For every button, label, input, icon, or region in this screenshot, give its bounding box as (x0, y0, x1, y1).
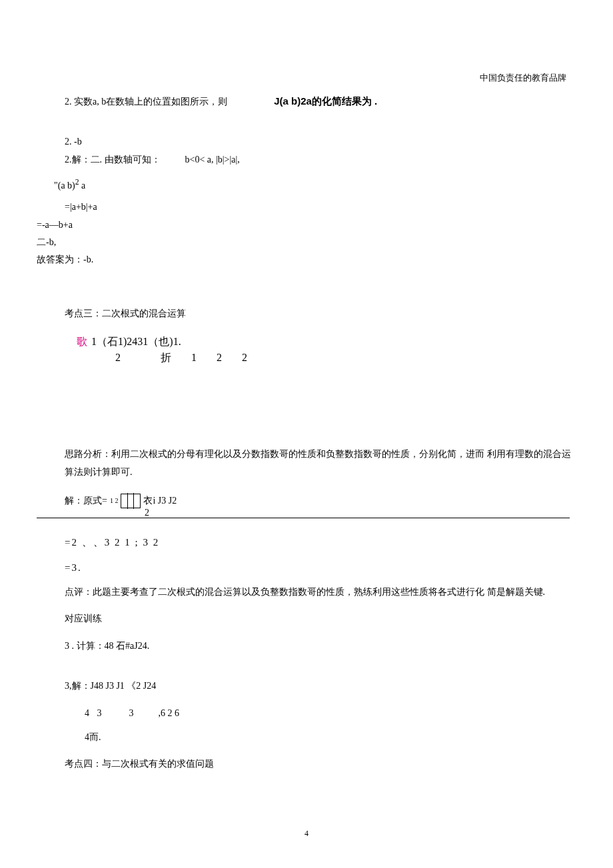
topic3-pink-char: 歌 (77, 333, 87, 350)
topic3-train-sol-open: 3,解：J48 J3 J1 《2 J24 (37, 679, 576, 693)
topic3-train-step2: 4而. (37, 730, 576, 745)
topic3-comment: 点评：此题主要考查了二次根式的混合运算以及负整数指数哥的性质，熟练利用这些性质将… (37, 585, 576, 600)
q2-step-expand: =-a—b+a (37, 218, 576, 232)
topic3-analysis: 思路分析：利用二次根式的分母有理化以及分数指数哥的性质和负整数指数哥的性质，分别… (37, 446, 576, 481)
topic4-title: 考点四：与二次根式有关的求值问题 (37, 757, 576, 771)
q2-step-result: 二-b, (37, 235, 576, 250)
q2-step-sqrt-tail: a (79, 181, 86, 191)
crossed-box-icon (121, 494, 141, 508)
topic3-train-label: 对应训练 (37, 612, 576, 626)
topic3-sol-label: 解：原式= (65, 494, 107, 508)
brand-header: 中国负责任的教育品牌 (480, 72, 566, 84)
topic3-row2-b: 1 (191, 349, 197, 366)
topic3-sol-under: 2 (145, 508, 149, 518)
q2-expression-sup: 2 (301, 93, 306, 109)
topic3-row2-d: 2 (242, 349, 247, 366)
t3-step1-c: ,6 2 6 (159, 708, 180, 718)
q2-expression-tail: a的化简结果为 . (306, 93, 378, 109)
topic3-row2-fold: 折 (161, 349, 171, 366)
topic3-example-row1: 歌 1（石1)2431（也)1. (37, 333, 576, 350)
q2-prompt: 2. 实数a, b在数轴上的位置如图所示，则 J(a b)2 a的化简结果为 . (37, 93, 576, 109)
topic3-row2-c: 2 (217, 349, 222, 366)
q2-answer-short: 2. -b (37, 135, 576, 149)
topic3-calc1: =2 、、3 2 1 ; 3 2 (37, 534, 576, 550)
q2-final: 故答案为：-b. (37, 252, 576, 267)
q2-solution-open: 2.解：二. 由数轴可知： b<0< a, |b|>|a|, (37, 153, 576, 167)
page-number: 4 (0, 829, 613, 839)
q2-step-sqrt: "(a b)2 a (37, 177, 576, 193)
q2-step-sqrt-base: "(a b) (54, 181, 75, 191)
q2-step-abs: =|a+b|+a (37, 200, 576, 215)
t3-step1-b: 3 (129, 708, 134, 718)
topic3-train-step1: 4 3 3 ,6 2 6 (37, 706, 576, 721)
topic3-title: 考点三：二次根式的混合运算 (37, 306, 576, 321)
t3-step1-a: 4 3 (85, 708, 105, 718)
q2-sol-label: 2.解：二. 由数轴可知： (65, 155, 161, 165)
topic3-train-question: 3 . 计算：48 石#aJ24. (37, 639, 576, 653)
topic3-row1-rest: 1（石1)2431（也)1. (91, 333, 181, 350)
q2-expression-base: J(a b) (274, 93, 301, 109)
topic3-calc2: =3. (37, 560, 576, 576)
document-body: 2. 实数a, b在数轴上的位置如图所示，则 J(a b)2 a的化简结果为 .… (0, 0, 613, 772)
q2-sol-condition: b<0< a, |b|>|a|, (185, 155, 240, 165)
topic3-sol-underline: 2 (37, 506, 570, 518)
q2-prompt-text: 2. 实数a, b在数轴上的位置如图所示，则 (65, 95, 227, 109)
topic3-example-row2: 2 折 1 2 2 (37, 349, 576, 366)
topic3-row2-a: 2 (115, 349, 121, 366)
